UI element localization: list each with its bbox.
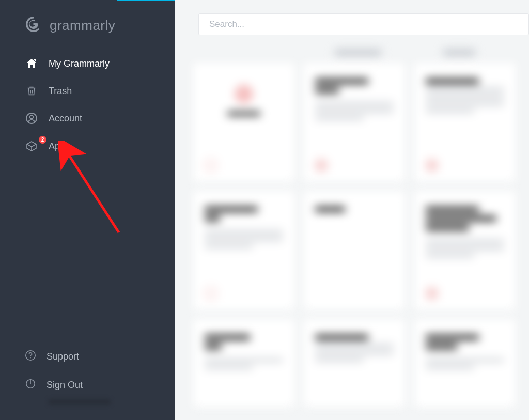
search-bar[interactable] (198, 13, 529, 35)
sidebar-item-label: Support (46, 351, 79, 362)
doc-card (304, 191, 405, 310)
obscured-user-info (49, 399, 111, 405)
doc-card (414, 63, 516, 182)
trash-icon (25, 85, 38, 97)
notification-badge: 2 (39, 136, 46, 144)
help-icon (25, 350, 36, 364)
doc-card (304, 319, 405, 407)
top-accent-bar (117, 0, 179, 1)
sidebar-item-label: Account (49, 113, 82, 124)
search-input[interactable] (208, 19, 519, 30)
power-icon (25, 378, 36, 392)
sidebar-item-label: My Grammarly (49, 58, 110, 69)
doc-card (193, 63, 294, 182)
sidebar: grammarly My Grammarly Trash (0, 0, 175, 420)
brand-name: grammarly (50, 18, 115, 34)
sidebar-item-my-grammarly[interactable]: My Grammarly (10, 50, 164, 77)
sidebar-footer: Support Sign Out (0, 343, 175, 420)
svg-point-2 (30, 115, 33, 118)
sidebar-item-sign-out[interactable]: Sign Out (10, 371, 164, 399)
home-icon (25, 57, 38, 70)
main-content (175, 0, 529, 420)
doc-card (193, 191, 294, 310)
doc-card (304, 63, 405, 182)
sidebar-item-support[interactable]: Support (10, 343, 164, 371)
sidebar-item-apps[interactable]: 2 Apps (10, 132, 164, 160)
doc-card (414, 319, 516, 407)
doc-card (193, 319, 294, 407)
sidebar-nav: My Grammarly Trash Account (0, 50, 175, 160)
doc-card (414, 191, 516, 310)
blurred-documents-area (193, 50, 529, 420)
cube-icon (25, 140, 38, 152)
sidebar-item-trash[interactable]: Trash (10, 77, 164, 104)
sidebar-item-label: Trash (49, 86, 72, 97)
sidebar-item-label: Sign Out (46, 380, 83, 391)
sidebar-item-account[interactable]: Account (10, 104, 164, 132)
grammarly-logo-icon (25, 15, 42, 35)
svg-point-4 (30, 357, 31, 359)
brand-logo[interactable]: grammarly (0, 0, 175, 50)
user-icon (25, 112, 38, 125)
sidebar-item-label: Apps (49, 141, 70, 152)
